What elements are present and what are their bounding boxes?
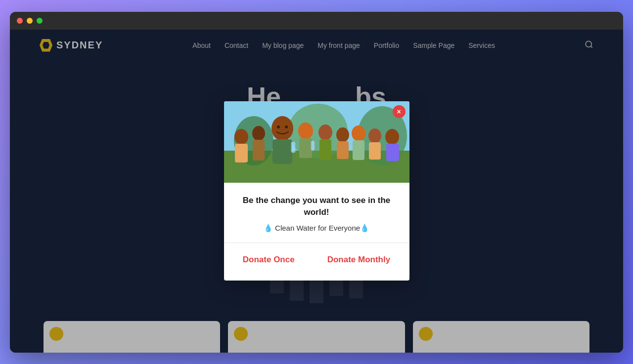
- svg-rect-26: [386, 144, 399, 161]
- svg-rect-16: [311, 141, 315, 151]
- modal-image: ×: [224, 101, 409, 183]
- modal-dialog: × Be the change you want to see in the w…: [224, 101, 409, 281]
- svg-rect-10: [253, 140, 265, 161]
- modal-overlay[interactable]: × Be the change you want to see in the w…: [10, 30, 623, 353]
- svg-rect-22: [353, 140, 364, 160]
- svg-point-28: [285, 125, 288, 128]
- svg-point-14: [298, 122, 313, 139]
- svg-rect-8: [235, 144, 248, 162]
- svg-point-19: [336, 127, 349, 142]
- svg-point-7: [234, 129, 248, 145]
- modal-subtitle: 💧 Clean Water for Everyone💧: [238, 224, 396, 233]
- dot-red[interactable]: [17, 18, 23, 24]
- modal-divider: [224, 243, 409, 243]
- browser-chrome: [10, 12, 623, 30]
- modal-close-button[interactable]: ×: [393, 105, 406, 118]
- modal-actions: Donate Once Donate Monthly: [238, 253, 396, 271]
- svg-point-23: [368, 128, 381, 143]
- dot-green[interactable]: [37, 18, 43, 24]
- svg-point-21: [352, 125, 365, 141]
- svg-point-27: [277, 125, 280, 128]
- modal-body: Be the change you want to see in the wor…: [224, 183, 409, 281]
- modal-title: Be the change you want to see in the wor…: [238, 195, 396, 218]
- donate-once-button[interactable]: Donate Once: [239, 253, 299, 267]
- browser-window: SYDNEY About Contact My blog page My fro…: [10, 12, 623, 353]
- modal-image-svg: [224, 101, 409, 183]
- svg-point-11: [271, 116, 293, 141]
- svg-rect-20: [337, 141, 349, 159]
- svg-rect-24: [369, 142, 381, 160]
- svg-point-25: [385, 129, 399, 145]
- donate-monthly-button[interactable]: Donate Monthly: [323, 253, 395, 267]
- svg-rect-18: [319, 139, 331, 160]
- dot-yellow[interactable]: [27, 18, 33, 24]
- svg-rect-13: [291, 142, 295, 153]
- svg-rect-15: [299, 138, 312, 158]
- svg-point-17: [318, 124, 332, 140]
- svg-point-9: [252, 126, 265, 141]
- site-content: SYDNEY About Contact My blog page My fro…: [10, 30, 623, 353]
- svg-rect-12: [272, 139, 292, 164]
